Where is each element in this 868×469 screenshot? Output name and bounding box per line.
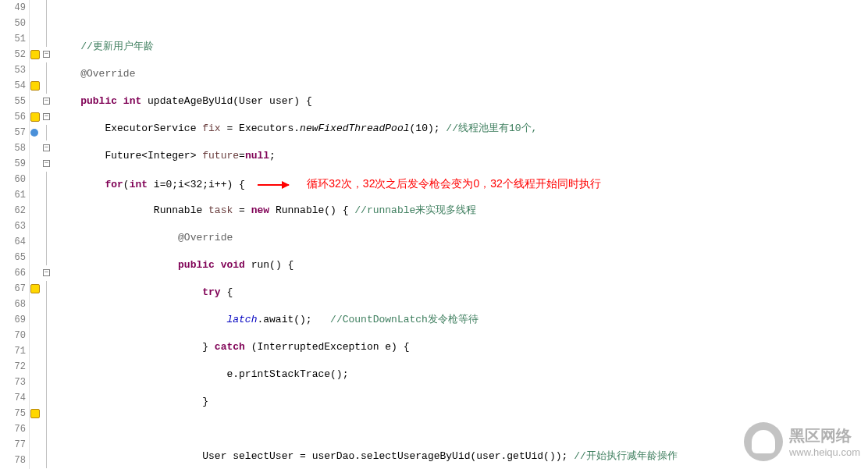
fold-gutter: − − − − − − bbox=[42, 0, 53, 469]
code-line: latch.await(); //CountDownLatch发令枪等待 bbox=[56, 312, 868, 328]
line-number: 60 bbox=[0, 172, 29, 187]
line-number: 61 bbox=[0, 187, 29, 203]
line-number: 67 bbox=[0, 281, 29, 297]
line-number: 68 bbox=[0, 297, 29, 312]
fold-collapse-icon[interactable]: − bbox=[43, 113, 50, 120]
code-line: } catch (InterruptedException e) { bbox=[56, 339, 868, 355]
line-number-gutter: 49 50 51 52 53 54 55 56 57 58 59 60 61 6… bbox=[0, 0, 30, 469]
code-line: e.printStackTrace(); bbox=[56, 367, 868, 382]
code-line: } bbox=[56, 394, 868, 410]
code-line bbox=[56, 12, 868, 27]
line-number: 49 bbox=[0, 0, 29, 16]
warning-marker-icon[interactable] bbox=[30, 409, 40, 418]
line-number: 69 bbox=[0, 312, 29, 328]
code-line: Runnable task = new Runnable() { //runna… bbox=[56, 203, 868, 219]
line-number: 59 bbox=[0, 156, 29, 172]
code-line: public void run() { bbox=[56, 258, 868, 273]
line-number: 63 bbox=[0, 219, 29, 234]
line-number: 58 bbox=[0, 140, 29, 156]
warning-marker-icon[interactable] bbox=[30, 112, 40, 122]
line-number: 52 bbox=[0, 47, 29, 62]
warning-marker-icon[interactable] bbox=[30, 284, 40, 293]
fold-collapse-icon[interactable]: − bbox=[43, 98, 50, 105]
code-line: public int updateAgeByUid(User user) { bbox=[56, 94, 868, 109]
code-line: //更新用户年龄 bbox=[56, 39, 868, 55]
override-marker-icon[interactable] bbox=[30, 129, 38, 137]
line-number: 64 bbox=[0, 234, 29, 250]
arrow-icon bbox=[258, 184, 289, 186]
line-number: 57 bbox=[0, 125, 29, 140]
line-number: 53 bbox=[0, 62, 29, 78]
watermark: 黑区网络 www.heiqu.com bbox=[744, 422, 860, 461]
line-number: 70 bbox=[0, 328, 29, 343]
line-number: 56 bbox=[0, 109, 29, 125]
warning-marker-icon[interactable] bbox=[30, 50, 40, 59]
line-number: 51 bbox=[0, 31, 29, 47]
code-line: Future<Integer> future=null; bbox=[56, 148, 868, 164]
line-number: 78 bbox=[0, 453, 29, 468]
warning-marker-icon[interactable] bbox=[30, 81, 40, 91]
watermark-title: 黑区网络 bbox=[789, 425, 860, 446]
line-number: 72 bbox=[0, 359, 29, 375]
watermark-logo-icon bbox=[744, 422, 783, 461]
watermark-url: www.heiqu.com bbox=[789, 446, 860, 458]
line-number: 66 bbox=[0, 265, 29, 281]
code-line: try { bbox=[56, 285, 868, 300]
fold-collapse-icon[interactable]: − bbox=[43, 160, 50, 167]
fold-collapse-icon[interactable]: − bbox=[43, 269, 50, 276]
line-number: 50 bbox=[0, 16, 29, 31]
line-number: 74 bbox=[0, 390, 29, 406]
code-line: ExecutorService fix = Executors.newFixed… bbox=[56, 121, 868, 137]
code-editor: 49 50 51 52 53 54 55 56 57 58 59 60 61 6… bbox=[0, 0, 868, 469]
line-number: 76 bbox=[0, 421, 29, 437]
fold-collapse-icon[interactable]: − bbox=[43, 51, 50, 58]
line-number: 73 bbox=[0, 375, 29, 390]
line-number: 77 bbox=[0, 437, 29, 453]
code-line: @Override bbox=[56, 230, 868, 246]
line-number: 54 bbox=[0, 78, 29, 94]
code-line: for(int i=0;i<32;i++) { 循环32次，32次之后发令枪会变… bbox=[56, 176, 868, 191]
line-number: 62 bbox=[0, 203, 29, 219]
code-line: @Override bbox=[56, 66, 868, 82]
marker-gutter bbox=[30, 0, 42, 469]
line-number: 65 bbox=[0, 250, 29, 265]
line-number: 55 bbox=[0, 94, 29, 109]
line-number: 71 bbox=[0, 343, 29, 359]
line-number: 75 bbox=[0, 406, 29, 421]
annotation-text: 循环32次，32次之后发令枪会变为0，32个线程开始同时执行 bbox=[307, 177, 601, 190]
fold-collapse-icon[interactable]: − bbox=[43, 144, 50, 151]
code-content[interactable]: //更新用户年龄 @Override public int updateAgeB… bbox=[53, 0, 868, 469]
